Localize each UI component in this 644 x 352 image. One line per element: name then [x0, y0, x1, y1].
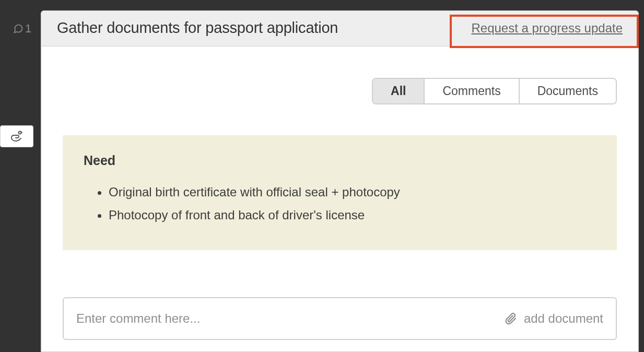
- note-list: Original birth certificate with official…: [84, 181, 596, 227]
- hand-note-icon: [10, 131, 24, 143]
- note-item: Original birth certificate with official…: [109, 181, 596, 204]
- paperclip-icon: [505, 312, 518, 325]
- tab-documents[interactable]: Documents: [520, 79, 616, 103]
- tab-all[interactable]: All: [373, 79, 425, 103]
- chat-bubble-icon: 1: [13, 22, 31, 36]
- note-title: Need: [84, 153, 596, 168]
- panel-header: Gather documents for passport applicatio…: [41, 11, 638, 46]
- comment-box: add document: [63, 297, 617, 340]
- panel-body: All Comments Documents Need Original bir…: [42, 46, 638, 351]
- side-tab-button[interactable]: [0, 125, 33, 147]
- task-panel: Gather documents for passport applicatio…: [41, 10, 639, 352]
- add-document-button[interactable]: add document: [505, 311, 603, 326]
- add-document-label: add document: [524, 311, 603, 326]
- task-title: Gather documents for passport applicatio…: [57, 19, 338, 37]
- tab-comments[interactable]: Comments: [425, 79, 519, 103]
- note-item: Photocopy of front and back of driver's …: [109, 204, 596, 227]
- request-progress-link[interactable]: Request a progress update: [471, 21, 623, 36]
- comment-input[interactable]: [76, 311, 505, 326]
- chat-count: 1: [25, 22, 31, 36]
- note-card: Need Original birth certificate with off…: [63, 135, 617, 250]
- filter-tabs: All Comments Documents: [372, 78, 617, 104]
